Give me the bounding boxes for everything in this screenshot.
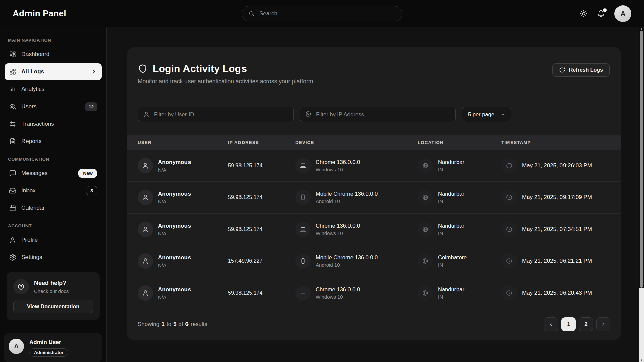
user-id-filter[interactable] [138,107,294,122]
page-button-2[interactable]: 2 [579,317,593,331]
search-icon [248,10,255,17]
theme-toggle-button[interactable] [580,10,588,18]
clock-icon [506,162,513,169]
row-avatar [138,285,153,301]
help-card: Need help? Check our docs View Documenta… [7,272,100,320]
sidebar-item-calendar[interactable]: Calendar [5,200,102,217]
globe-circle [418,222,433,237]
page-button-1[interactable]: 1 [561,317,576,331]
help-icon-circle [13,279,29,294]
view-documentation-button[interactable]: View Documentation [13,300,93,313]
ip-filter-input[interactable] [316,111,450,118]
sidebar-item-settings[interactable]: Settings [5,249,102,266]
nav-section-label: COMMUNICATION [0,150,106,165]
transactions-icon [9,120,16,128]
badge-users: 12 [85,102,97,111]
timestamp: May 21, 2025, 06:21:21 PM [522,258,592,264]
sidebar-item-profile[interactable]: Profile [5,232,102,248]
scroll-up-arrow[interactable]: ▲ [639,27,644,31]
nav-section-label: ACCOUNT [0,217,106,232]
summary-word: to [167,321,171,328]
device-name: Chrome 136.0.0.0 [316,223,360,229]
chevron-left-icon [548,321,554,327]
smartphone-icon [300,258,306,264]
globe-circle [418,158,433,173]
sidebar-item-label: Users [21,103,36,110]
notifications-button[interactable] [597,10,605,18]
user-avatar-button[interactable]: A [614,5,631,22]
sidebar-item-transactions[interactable]: Transactions [5,116,102,132]
sidebar-item-all-logs[interactable]: All Logs [5,63,102,80]
global-search[interactable] [241,6,402,21]
sidebar-item-messages[interactable]: MessagesNew [5,165,102,182]
table-row: AnonymousN/A59.98.125.174Chrome 136.0.0.… [127,277,621,309]
device-name: Mobile Chrome 136.0.0.0 [316,191,378,197]
user-id-filter-input[interactable] [154,111,288,118]
results-summary: Showing 1 to 5 of 6 results [138,321,207,328]
scrollbar-track[interactable] [639,288,644,362]
filter-bar: 5 per page [127,107,621,127]
users-icon [9,103,16,110]
row-avatar [138,158,153,173]
device-name: Chrome 136.0.0.0 [316,286,360,293]
device-os: Windows 10 [316,167,360,172]
user-icon [142,289,149,297]
sidebar-user-card[interactable]: A Admin User Administrator [4,333,102,362]
table-body: AnonymousN/A59.98.125.174Chrome 136.0.0.… [127,150,621,309]
scroll-down-arrow[interactable]: ▼ [639,359,644,362]
vertical-scrollbar[interactable]: ▲ ▼ [639,27,644,362]
scrollbar-thumb[interactable] [640,31,643,288]
column-header: DEVICE [295,140,418,145]
refresh-icon [559,67,565,73]
help-subtitle: Check our docs [34,288,69,294]
timestamp: May 21, 2025, 06:20:43 PM [522,290,592,296]
laptop-circle [295,222,311,237]
refresh-logs-button[interactable]: Refresh Logs [552,63,610,77]
location-city: Nandurbar [438,286,464,293]
timestamp-cell: May 21, 2025, 06:21:21 PM [501,253,610,269]
sidebar-item-inbox[interactable]: Inbox3 [5,182,102,199]
summary-to: 5 [173,321,176,328]
ip-filter[interactable] [300,107,456,122]
location-city: Nandurbar [438,191,464,197]
sidebar-item-label: Dashboard [21,51,49,58]
user-name: Anonymous [158,159,191,166]
sidebar-item-label: Transactions [21,121,54,127]
timestamp-cell: May 21, 2025, 06:20:43 PM [501,285,610,301]
sidebar-item-reports[interactable]: Reports [5,133,102,150]
row-avatar [138,253,153,269]
next-page-button[interactable] [596,317,610,331]
location-country: IN [438,230,464,236]
clock-icon [506,226,513,233]
prev-page-button[interactable] [544,317,558,331]
location-country: IN [438,167,464,172]
location-country: IN [438,198,464,204]
column-header: TIMESTAMP [501,140,610,145]
ip-address: 59.98.125.174 [228,194,295,200]
clock-circle [501,158,517,173]
sidebar-item-dashboard[interactable]: Dashboard [5,46,102,63]
user-sub: N/A [158,167,191,173]
row-avatar [138,222,153,237]
per-page-select[interactable]: 5 per page [462,107,511,122]
sidebar-item-analytics[interactable]: Analytics [5,81,102,98]
globe-circle [418,253,433,269]
messages-icon [9,170,16,177]
clock-circle [501,253,517,269]
globe-circle [418,285,433,301]
user-text: AnonymousN/A [158,191,191,204]
card-header: Login Activity Logs Monitor and track us… [127,47,621,85]
location-country: IN [438,294,464,300]
location-text: NandurbarIN [438,286,464,300]
sidebar-item-label: Analytics [21,86,44,93]
table-row: AnonymousN/A59.98.125.174Mobile Chrome 1… [127,182,621,214]
clock-circle [501,222,517,237]
user-sub: N/A [158,294,191,300]
user-icon [142,226,149,233]
location-city: Nandurbar [438,223,464,229]
search-input[interactable] [259,10,396,17]
location-cell: NandurbarIN [418,190,501,205]
location-city: Coimbatore [438,254,467,261]
summary-word: Showing [138,321,159,328]
sidebar-item-users[interactable]: Users12 [5,98,102,115]
